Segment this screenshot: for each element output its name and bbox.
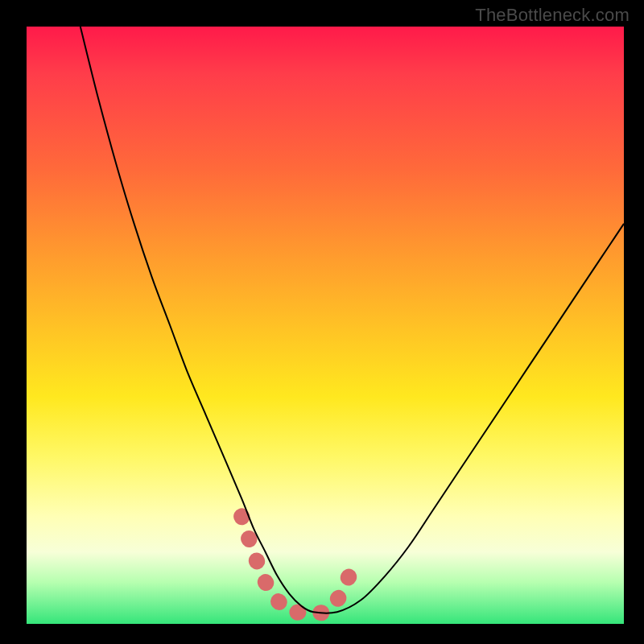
- watermark-text: TheBottleneck.com: [475, 5, 630, 26]
- chart-svg: [27, 27, 624, 624]
- optimal-range-marker: [242, 516, 349, 613]
- plot-area: [27, 27, 624, 624]
- bottleneck-curve: [80, 27, 624, 613]
- chart-frame: TheBottleneck.com: [0, 0, 644, 644]
